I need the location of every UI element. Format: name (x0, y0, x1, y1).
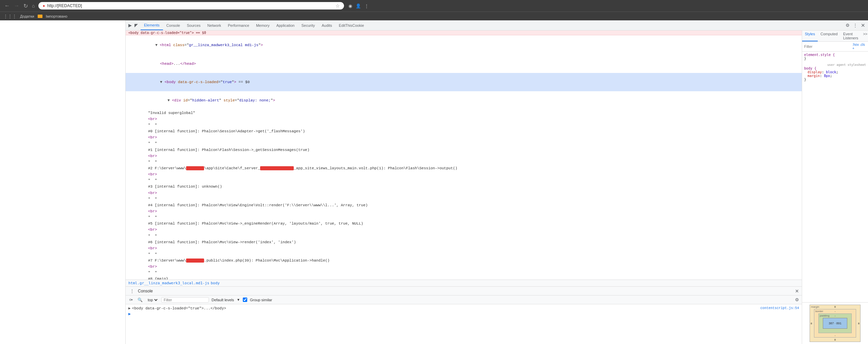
html-line[interactable]: ▼ <html class="gr__linza_madwerk3_local … (126, 36, 802, 54)
console-content: ▶ <body data-gr-c-s-loaded="true">...</b… (126, 304, 802, 344)
nav-back-button[interactable]: ← (3, 2, 12, 9)
html-line[interactable]: #1 [internal function]: Phalcon\Flash\Se… (126, 147, 802, 153)
page-content-area (0, 20, 126, 344)
console-clear-button[interactable]: ⚩ (128, 297, 134, 303)
devtools-toolbar: ▶ ◤ Elements Console Sources Network Per… (126, 20, 868, 31)
menu-button[interactable]: ⋮ (363, 3, 370, 9)
alert-bar: <body data-gr-c-s-loaded="true"> == $0 (126, 31, 802, 35)
styles-tab-computed[interactable]: Computed (818, 31, 840, 41)
html-line[interactable]: #5 [internal function]: Phalcon\Mvc\View… (126, 221, 802, 227)
console-levels-arrow: ▼ (237, 298, 240, 302)
html-line[interactable]: <br> (126, 153, 802, 159)
devtools-settings-button[interactable]: ⚙ (844, 22, 851, 28)
html-line[interactable]: <br> (126, 245, 802, 251)
html-line[interactable]: <br> (126, 208, 802, 214)
html-line[interactable]: #0 [internal function]: Phalcon\Session\… (126, 128, 802, 134)
breadcrumb-item-body[interactable]: body (211, 281, 220, 285)
styles-pseudo-toggle[interactable]: :hov .cls + (852, 43, 866, 50)
console-group-similar-checkbox[interactable] (243, 298, 247, 302)
styles-tab-styles[interactable]: Styles (802, 31, 818, 41)
bookmark-folder-icon (38, 15, 42, 18)
html-line[interactable]: <br> (126, 227, 802, 233)
html-line[interactable]: " " (126, 140, 802, 147)
tab-security[interactable]: Security (298, 20, 318, 30)
nav-refresh-button[interactable]: ↻ (22, 2, 30, 10)
bookmark-apps[interactable]: Додатки (18, 14, 36, 19)
tab-audits[interactable]: Audits (318, 20, 336, 30)
expand-arrow-icon[interactable]: ▶ (128, 306, 131, 310)
html-line[interactable]: " " (126, 177, 802, 184)
tab-performance[interactable]: Performance (224, 20, 253, 30)
breadcrumb-item-html[interactable]: html.gr__linza_madwerk3_local.md1-js (128, 281, 209, 285)
devtools-control-icons: ▶ ◤ (126, 22, 141, 28)
tab-editthiscookie[interactable]: EditThisCookie (336, 20, 367, 30)
html-line[interactable]: " " (126, 270, 802, 276)
html-line-redacted[interactable]: #2 F:\Server\www\XXXXXXXX\app\Site\Cache… (126, 165, 802, 171)
console-top-select[interactable]: top (146, 298, 159, 302)
styles-tab-event-listeners[interactable]: Event Listeners (840, 31, 861, 41)
nav-home-button[interactable]: ⌂ (30, 2, 36, 9)
tab-application[interactable]: Application (273, 20, 298, 30)
html-line-redacted2[interactable]: #7 F:\Server\www\XXXXXXXX.public\index.p… (126, 257, 802, 264)
console-prompt-line: ▶ (128, 311, 799, 317)
star-button[interactable]: ☆ (336, 3, 340, 8)
html-line[interactable]: "Invalid superglobal" (126, 110, 802, 116)
html-line[interactable]: <br> (126, 190, 802, 196)
address-bar-icon: ● (42, 3, 45, 8)
devtools-inspect-button[interactable]: ▶ (127, 22, 133, 28)
style-close-body: } (804, 78, 866, 81)
elements-panel: ▼ <html class="gr__linza_madwerk3_local … (126, 35, 802, 280)
box-border-top-value: - (835, 310, 836, 313)
address-bar-input[interactable] (47, 3, 334, 8)
html-line[interactable]: " " (126, 233, 802, 239)
bookmark-imported[interactable]: Імпортовано (44, 14, 70, 19)
console-line-text: <body data-gr-c-s-loaded="true">...</bod… (132, 306, 226, 310)
extensions-button[interactable]: ◉ (347, 3, 353, 9)
html-line[interactable]: <br> (126, 116, 802, 122)
html-line[interactable]: <head>...</head> (126, 54, 802, 73)
style-close: } (804, 57, 866, 60)
html-line[interactable]: " " (126, 251, 802, 257)
html-line[interactable]: #6 [internal function]: Phalcon\Mvc\View… (126, 239, 802, 245)
devtools-device-button[interactable]: ◤ (133, 22, 139, 28)
styles-panel: Styles Computed Event Listeners >> :hov … (802, 31, 868, 344)
html-line[interactable]: <br> (126, 171, 802, 177)
console-close-button[interactable]: ✕ (795, 288, 799, 294)
console-filter-icon-button[interactable]: 🔍 (137, 297, 144, 303)
tab-sources[interactable]: Sources (183, 20, 204, 30)
browser-chrome: ← → ↻ ⌂ ● ☆ ◉ 👤 ⋮ (0, 0, 868, 12)
console-source-link[interactable]: contentscript.js:54 (760, 306, 799, 310)
profile-button[interactable]: 👤 (355, 3, 362, 9)
html-line[interactable]: <br> (126, 264, 802, 270)
style-source-right: user agent stylesheet (804, 63, 866, 66)
html-line-body[interactable]: ▼ <body data-gr-c-s-loaded="true"> == $0 (126, 73, 802, 91)
html-line[interactable]: " " (126, 122, 802, 128)
html-line[interactable]: " " (126, 159, 802, 165)
box-content-value: 387 · 891 (829, 322, 842, 325)
console-filter-input[interactable] (161, 297, 209, 303)
console-prompt-input[interactable] (132, 312, 799, 316)
tab-console[interactable]: Console (163, 20, 183, 30)
styles-filter-input[interactable] (804, 44, 851, 49)
console-toolbar: ⋮ Console ✕ (126, 287, 802, 295)
nav-buttons: ← → ↻ ⌂ (3, 2, 36, 10)
tab-elements[interactable]: Elements (141, 20, 163, 30)
html-line[interactable]: #4 [internal function]: Phalcon\Mvc\View… (126, 202, 802, 208)
html-line[interactable]: #8 {main} (126, 276, 802, 280)
html-line[interactable]: " " (126, 196, 802, 202)
tab-network[interactable]: Network (204, 20, 224, 30)
console-menu-button[interactable]: ⋮ (128, 288, 136, 294)
tab-memory[interactable]: Memory (253, 20, 273, 30)
box-margin-bottom-value: 8 (834, 338, 836, 341)
html-line[interactable]: " " (126, 214, 802, 221)
html-line[interactable]: ▼ <div id="hidden-alert" style="display:… (126, 91, 802, 110)
console-group-similar-label: Group similar (250, 298, 272, 302)
styles-tab-more[interactable]: >> (861, 31, 868, 41)
console-settings-button[interactable]: ⚙ (795, 297, 799, 302)
nav-forward-button[interactable]: → (12, 2, 21, 9)
devtools-close-button[interactable]: ✕ (860, 22, 867, 29)
html-line[interactable]: #3 [internal function]: unknown() (126, 184, 802, 190)
devtools-more-button[interactable]: ⋮ (852, 22, 859, 28)
apps-icon: ⋮⋮⋮ (3, 14, 17, 19)
html-line[interactable]: <br> (126, 134, 802, 140)
